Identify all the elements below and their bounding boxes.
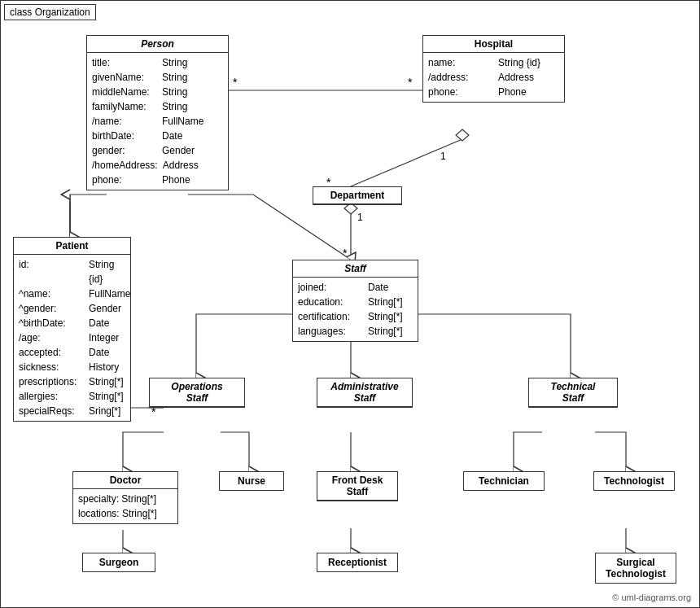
doctor-header: Doctor (73, 472, 177, 489)
person-body: title:String givenName:String middleName… (87, 53, 228, 190)
technical-staff-header: TechnicalStaff (529, 378, 617, 407)
svg-text:1: 1 (357, 212, 363, 223)
person-header: Person (87, 36, 228, 53)
person-class: Person title:String givenName:String mid… (86, 35, 229, 190)
copyright: © uml-diagrams.org (612, 593, 691, 602)
patient-class: Patient id:String {id} ^name:FullName ^g… (13, 237, 131, 422)
department-header: Department (313, 187, 401, 204)
nurse-class: Nurse (219, 471, 284, 491)
patient-header: Patient (14, 238, 130, 255)
svg-text:*: * (233, 76, 238, 89)
technical-staff-class: TechnicalStaff (528, 378, 618, 408)
surgeon-class: Surgeon (82, 553, 155, 572)
administrative-staff-header: AdministrativeStaff (317, 378, 412, 407)
surgical-technologist-class: Surgical Technologist (595, 553, 676, 584)
department-class: Department (313, 186, 402, 205)
svg-marker-2 (456, 129, 469, 141)
hospital-class: Hospital name:String {id} /address:Addre… (422, 35, 565, 103)
svg-text:*: * (408, 76, 413, 89)
hospital-body: name:String {id} /address:Address phone:… (423, 53, 564, 102)
patient-body: id:String {id} ^name:FullName ^gender:Ge… (14, 255, 130, 421)
staff-body: joined:Date education:String[*] certific… (293, 278, 418, 341)
doctor-class: Doctor specialty: String[*] locations: S… (72, 471, 178, 524)
front-desk-staff-header: Front DeskStaff (317, 472, 397, 501)
staff-class: Staff joined:Date education:String[*] ce… (292, 260, 418, 342)
doctor-body: specialty: String[*] locations: String[*… (73, 489, 177, 523)
receptionist-class: Receptionist (317, 553, 398, 572)
front-desk-staff-class: Front DeskStaff (317, 471, 398, 501)
diagram-container: class Organization 1 * 1 (0, 0, 700, 608)
svg-text:1: 1 (440, 151, 446, 162)
technologist-class: Technologist (593, 471, 675, 491)
svg-line-1 (351, 139, 462, 186)
staff-header: Staff (293, 260, 418, 278)
technician-class: Technician (463, 471, 545, 491)
diagram-title: class Organization (4, 4, 96, 20)
svg-text:*: * (343, 247, 348, 260)
administrative-staff-class: AdministrativeStaff (317, 378, 413, 408)
hospital-header: Hospital (423, 36, 564, 53)
operations-staff-header: OperationsStaff (150, 378, 244, 407)
operations-staff-class: OperationsStaff (149, 378, 245, 408)
